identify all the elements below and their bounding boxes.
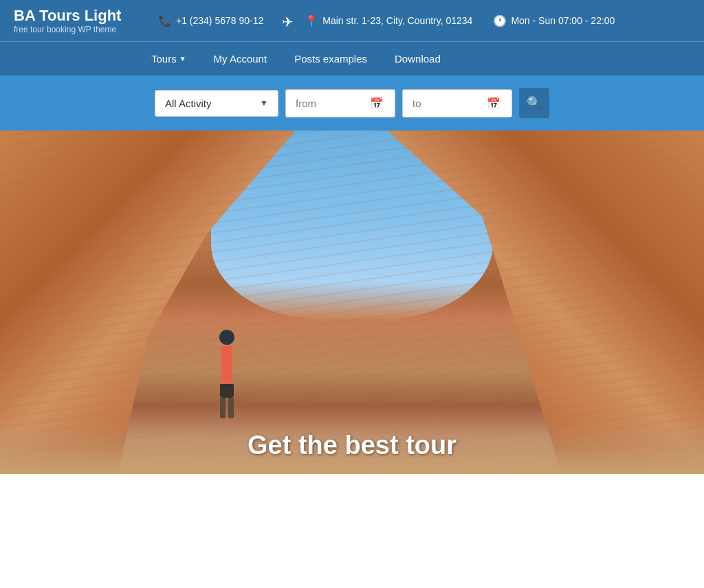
activity-dropdown-arrow: ▼ (260, 98, 268, 108)
contact-items: 📞 +1 (234) 5678 90-12 📍 Main str. 1-23, … (158, 14, 615, 27)
search-icon: 🔍 (527, 95, 542, 111)
from-date-input-wrap[interactable]: 📅 (285, 89, 395, 117)
phone-number: +1 (234) 5678 90-12 (176, 15, 263, 26)
hours-text: Mon - Sun 07:00 - 22:00 (511, 15, 615, 26)
brand-name: BA Tours Light (14, 7, 138, 25)
nav-posts-label: Posts examples (294, 53, 367, 65)
nav-item-posts[interactable]: Posts examples (280, 42, 381, 76)
to-date-input[interactable] (412, 98, 481, 109)
hero-area: Get the best tour (0, 131, 704, 474)
tours-dropdown-arrow: ▼ (179, 55, 186, 63)
nav-myaccount-label: My Account (214, 53, 267, 65)
person-leg-right (228, 398, 234, 418)
phone-contact: 📞 +1 (234) 5678 90-12 (158, 14, 263, 27)
nav-item-tours[interactable]: Tours ▼ (138, 42, 200, 76)
address-text: Main str. 1-23, City, Country, 01234 (322, 15, 472, 26)
person-shorts (220, 384, 234, 398)
location-icon: 📍 (305, 14, 318, 27)
from-calendar-icon: 📅 (370, 97, 384, 110)
person-leg-left (220, 398, 226, 418)
nav-bar: Tours ▼ My Account Posts examples Downlo… (0, 41, 704, 76)
address-contact: 📍 Main str. 1-23, City, Country, 01234 (305, 14, 472, 27)
to-date-input-wrap[interactable]: 📅 (402, 89, 512, 117)
hours-contact: 🕐 Mon - Sun 07:00 - 22:00 (493, 14, 615, 27)
activity-dropdown-label: All Activity (165, 98, 212, 109)
hero-background (0, 131, 704, 474)
person-legs (220, 398, 234, 418)
nav-item-myaccount[interactable]: My Account (200, 42, 281, 76)
search-button[interactable]: 🔍 (519, 88, 549, 118)
search-bar: All Activity ▼ 📅 📅 🔍 (0, 76, 704, 131)
brand-area: BA Tours Light free tour booking WP them… (14, 7, 138, 34)
top-bar: BA Tours Light free tour booking WP them… (0, 0, 704, 41)
activity-dropdown[interactable]: All Activity ▼ (155, 90, 278, 117)
nav-item-download[interactable]: Download (381, 42, 454, 76)
nav-tours-label: Tours (151, 53, 177, 65)
clock-icon: 🕐 (493, 14, 507, 27)
brand-tagline: free tour booking WP theme (14, 25, 138, 34)
hero-caption: Get the best tour (0, 431, 704, 460)
nav-bar-inner: Tours ▼ My Account Posts examples Downlo… (138, 42, 454, 76)
hero-caption-text: Get the best tour (248, 431, 456, 460)
to-calendar-icon: 📅 (487, 97, 500, 110)
person-head (219, 330, 234, 345)
nav-download-label: Download (395, 53, 441, 65)
phone-icon: 📞 (158, 14, 172, 27)
person-figure (211, 330, 242, 419)
from-date-input[interactable] (296, 98, 364, 109)
person-body (221, 346, 232, 384)
